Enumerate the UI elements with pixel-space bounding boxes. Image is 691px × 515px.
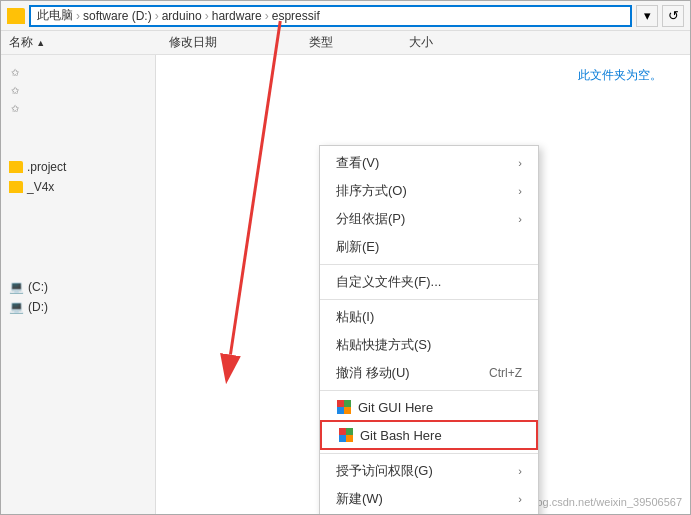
address-bar: 此电脑 › software (D:) › arduino › hardware… — [1, 1, 690, 31]
pin-icon: ✩ — [9, 102, 21, 114]
col-header-type: 类型 — [301, 34, 401, 51]
git-bash-icon — [338, 427, 354, 443]
pin-icon: ✩ — [9, 66, 21, 78]
file-area: 此文件夹为空。 查看(V) › 排序方式(O) › 分组依据(P) › 刷新(E… — [156, 55, 690, 514]
breadcrumb-sep-2: › — [205, 9, 209, 23]
main-area: ✩ ✩ ✩ .project _V4x 💻 (C:) — [1, 55, 690, 514]
col-header-size: 大小 — [401, 34, 481, 51]
ctx-undo-label: 撤消 移动(U) — [336, 364, 410, 382]
arrow-right-icon: › — [518, 185, 522, 197]
drive-label: (C:) — [28, 280, 48, 294]
sidebar-item-label: _V4x — [27, 180, 54, 194]
arrow-right-icon: › — [518, 157, 522, 169]
ctx-paste[interactable]: 粘贴(I) — [320, 303, 538, 331]
col-header-date: 修改日期 — [161, 34, 301, 51]
ctx-paste-shortcut-label: 粘贴快捷方式(S) — [336, 336, 431, 354]
sidebar: ✩ ✩ ✩ .project _V4x 💻 (C:) — [1, 55, 156, 514]
ctx-paste-label: 粘贴(I) — [336, 308, 374, 326]
ctx-access[interactable]: 授予访问权限(G) › — [320, 457, 538, 485]
breadcrumb-part-2: arduino — [162, 9, 202, 23]
ctx-git-bash[interactable]: Git Bash Here — [320, 420, 538, 450]
sidebar-item-label: .project — [27, 160, 66, 174]
ctx-new-label: 新建(W) — [336, 490, 383, 508]
col-header-name: 名称 ▲ — [1, 34, 161, 51]
ctx-separator-2 — [320, 299, 538, 300]
breadcrumb-part-0: 此电脑 — [37, 7, 73, 24]
pin-icon: ✩ — [9, 84, 21, 96]
drive-icon: 💻 — [9, 300, 24, 314]
breadcrumb[interactable]: 此电脑 › software (D:) › arduino › hardware… — [29, 5, 632, 27]
ctx-new[interactable]: 新建(W) › — [320, 485, 538, 513]
ctx-sort-label: 排序方式(O) — [336, 182, 407, 200]
sidebar-item-d-drive[interactable]: 💻 (D:) — [1, 297, 155, 317]
breadcrumb-part-3: hardware — [212, 9, 262, 23]
folder-icon — [7, 8, 25, 24]
breadcrumb-part-4: espressif — [272, 9, 320, 23]
sidebar-item-pin-1[interactable]: ✩ — [1, 63, 155, 81]
sidebar-item-pin-2[interactable]: ✩ — [1, 81, 155, 99]
ctx-view[interactable]: 查看(V) › — [320, 149, 538, 177]
ctx-view-label: 查看(V) — [336, 154, 379, 172]
ctx-separator-1 — [320, 264, 538, 265]
refresh-icon: ↺ — [668, 8, 679, 23]
explorer-window: 此电脑 › software (D:) › arduino › hardware… — [0, 0, 691, 515]
ctx-separator-3 — [320, 390, 538, 391]
ctx-sort[interactable]: 排序方式(O) › — [320, 177, 538, 205]
ctx-git-bash-label: Git Bash Here — [360, 428, 442, 443]
folder-icon — [9, 181, 23, 193]
arrow-right-icon: › — [518, 465, 522, 477]
sidebar-item-c-drive[interactable]: 💻 (C:) — [1, 277, 155, 297]
sidebar-item-v4x[interactable]: _V4x — [1, 177, 155, 197]
sidebar-item-project[interactable]: .project — [1, 157, 155, 177]
sort-arrow: ▲ — [36, 38, 45, 48]
context-menu: 查看(V) › 排序方式(O) › 分组依据(P) › 刷新(E) 自定义文件夹… — [319, 145, 539, 514]
ctx-paste-shortcut[interactable]: 粘贴快捷方式(S) — [320, 331, 538, 359]
breadcrumb-dropdown[interactable]: ▾ — [636, 5, 658, 27]
ctx-access-label: 授予访问权限(G) — [336, 462, 433, 480]
ctx-undo[interactable]: 撤消 移动(U) Ctrl+Z — [320, 359, 538, 387]
ctx-refresh[interactable]: 刷新(E) — [320, 233, 538, 261]
empty-folder-message: 此文件夹为空。 — [164, 63, 682, 84]
drive-label: (D:) — [28, 300, 48, 314]
ctx-customize-label: 自定义文件夹(F)... — [336, 273, 441, 291]
ctx-separator-4 — [320, 453, 538, 454]
breadcrumb-sep-3: › — [265, 9, 269, 23]
ctx-git-gui[interactable]: Git GUI Here — [320, 394, 538, 420]
ctx-customize[interactable]: 自定义文件夹(F)... — [320, 268, 538, 296]
refresh-button[interactable]: ↺ — [662, 5, 684, 27]
breadcrumb-part-1: software (D:) — [83, 9, 152, 23]
ctx-undo-shortcut: Ctrl+Z — [489, 366, 522, 380]
ctx-group[interactable]: 分组依据(P) › — [320, 205, 538, 233]
ctx-git-gui-label: Git GUI Here — [358, 400, 433, 415]
breadcrumb-sep-0: › — [76, 9, 80, 23]
ctx-refresh-label: 刷新(E) — [336, 238, 379, 256]
git-gui-icon — [336, 399, 352, 415]
chevron-down-icon: ▾ — [644, 8, 651, 23]
arrow-right-icon: › — [518, 493, 522, 505]
ctx-group-label: 分组依据(P) — [336, 210, 405, 228]
sidebar-item-pin-3[interactable]: ✩ — [1, 99, 155, 117]
arrow-right-icon: › — [518, 213, 522, 225]
breadcrumb-sep-1: › — [155, 9, 159, 23]
column-headers: 名称 ▲ 修改日期 类型 大小 — [1, 31, 690, 55]
drive-icon: 💻 — [9, 280, 24, 294]
folder-icon — [9, 161, 23, 173]
